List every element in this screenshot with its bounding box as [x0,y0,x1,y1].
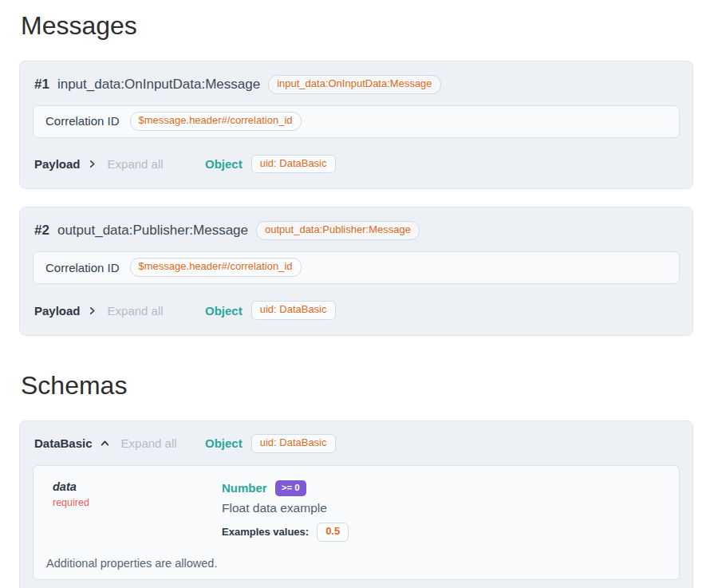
schemas-heading: Schemas [21,371,693,401]
message-index: #1 [34,77,49,93]
correlation-id-label: Correlation ID [45,114,120,128]
chevron-up-icon [100,438,110,448]
payload-row-left: Payload Expand all [34,304,205,318]
correlation-id-row: Correlation ID $message.header#/correlat… [33,105,680,138]
schema-uid-badge: uid: DataBasic [251,434,336,453]
message-title: output_data:Publisher:Message [57,223,248,239]
payload-type: Object [205,304,243,318]
payload-expander[interactable]: Payload [34,157,97,171]
payload-row-left: Payload Expand all [34,157,205,171]
payload-type-info: Object uid: DataBasic [205,301,336,320]
expand-all-button[interactable]: Expand all [121,436,177,450]
schema-property-row: data required Number >= 0 Float data exa… [46,480,666,542]
docs-page: Messages #1 input_data:OnInputData:Messa… [0,0,714,588]
message-tag-badge: input_data:OnInputData:Message [268,75,440,94]
schema-type: Object [205,436,243,450]
schema-card: DataBasic Expand all Object uid: DataBas… [19,420,693,588]
property-constraint-badge: >= 0 [275,480,306,496]
message-index: #2 [34,223,49,239]
example-value-badge: 0.5 [317,523,349,542]
payload-uid-badge: uid: DataBasic [251,301,336,320]
payload-row: Payload Expand all Object uid: DataBasic [33,301,680,322]
schema-properties-box: data required Number >= 0 Float data exa… [33,465,680,580]
expand-all-button[interactable]: Expand all [108,304,164,318]
schema-name: DataBasic [34,436,93,450]
chevron-right-icon [88,160,97,168]
message-title: input_data:OnInputData:Message [57,77,260,93]
message-title-row: #2 output_data:Publisher:Message output_… [34,221,680,240]
correlation-id-row: Correlation ID $message.header#/correlat… [33,251,680,284]
payload-expander[interactable]: Payload [34,304,97,318]
messages-heading: Messages [21,11,693,41]
property-type-line: Number >= 0 [222,480,666,496]
examples-label: Examples values: [222,526,309,538]
additional-properties-note: Additional properties are allowed. [46,557,666,570]
expand-all-button[interactable]: Expand all [108,157,164,171]
schema-type-info: Object uid: DataBasic [205,434,336,453]
property-description: Float data example [222,501,666,515]
property-name: data [53,480,222,493]
schema-header-left: DataBasic Expand all [34,436,205,450]
payload-type-info: Object uid: DataBasic [205,155,336,174]
correlation-id-badge: $message.header#/correlation_id [130,112,302,131]
schema-collapse-toggle[interactable]: DataBasic [34,436,110,450]
property-required-label: required [53,497,222,508]
schema-header-row: DataBasic Expand all Object uid: DataBas… [33,434,680,456]
message-card: #2 output_data:Publisher:Message output_… [19,207,693,336]
chevron-right-icon [88,306,97,315]
correlation-id-label: Correlation ID [45,261,120,274]
property-examples-line: Examples values: 0.5 [222,523,666,542]
message-tag-badge: output_data:Publisher:Message [256,221,420,240]
property-detail-column: Number >= 0 Float data example Examples … [222,480,666,542]
payload-type: Object [205,157,243,171]
payload-uid-badge: uid: DataBasic [251,155,336,174]
payload-label: Payload [34,304,81,318]
property-type: Number [222,481,267,495]
payload-row: Payload Expand all Object uid: DataBasic [33,155,680,176]
payload-label: Payload [34,157,81,171]
message-title-row: #1 input_data:OnInputData:Message input_… [34,75,680,94]
message-card: #1 input_data:OnInputData:Message input_… [19,61,693,190]
property-name-column: data required [53,480,222,508]
correlation-id-badge: $message.header#/correlation_id [130,258,302,277]
